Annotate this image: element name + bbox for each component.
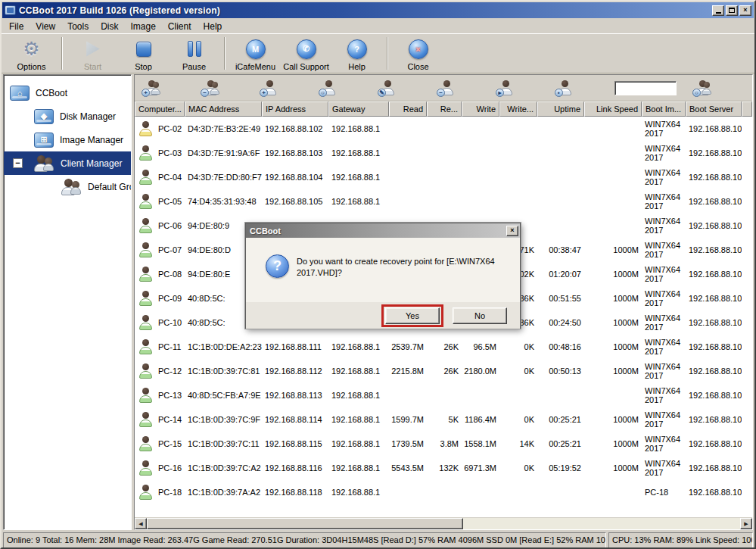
menu-help[interactable]: Help bbox=[198, 20, 229, 33]
stop-icon bbox=[136, 39, 151, 60]
scroll-right-arrow[interactable]: ▶ bbox=[740, 518, 752, 529]
toolbar-call-support-button[interactable]: ✆Call Support bbox=[281, 34, 331, 73]
column-header-uptime[interactable]: Uptime bbox=[537, 101, 584, 117]
menu-client[interactable]: Client bbox=[162, 20, 198, 33]
sidebar-item-ccboot[interactable]: ⌂CCBoot bbox=[4, 81, 131, 104]
table-row-pc-05[interactable]: PC-0574:D4:35:31:93:48192.168.88.105192.… bbox=[135, 189, 752, 214]
dialog-body: ? Do you want to create recovery point f… bbox=[246, 238, 520, 302]
horizontal-scrollbar[interactable]: ◀ ▶ bbox=[135, 517, 752, 529]
cell-re bbox=[427, 480, 462, 504]
client-search-input[interactable] bbox=[614, 81, 677, 95]
sidebar-item-disk-manager[interactable]: ◈Disk Manager bbox=[4, 104, 131, 128]
toolbar-close-button[interactable]: ×Close bbox=[393, 34, 443, 73]
cell-read: 1599.7M bbox=[389, 407, 427, 432]
delete-client-button[interactable]: − bbox=[437, 79, 456, 97]
dialog-close-button[interactable]: × bbox=[506, 226, 518, 236]
table-row-pc-03[interactable]: PC-03D4:3D:7E:91:9A:6F192.168.88.103192.… bbox=[135, 141, 752, 165]
client-status-icon bbox=[138, 485, 153, 500]
sidebar-item-image-manager[interactable]: ⊞Image Manager bbox=[4, 128, 131, 151]
menu-tools[interactable]: Tools bbox=[61, 20, 95, 33]
column-header-mac-address[interactable]: MAC Address bbox=[185, 101, 262, 117]
add-client-button[interactable]: + bbox=[260, 79, 278, 97]
column-header-link-speed[interactable]: Link Speed bbox=[584, 101, 642, 117]
menu-file[interactable]: File bbox=[3, 20, 30, 33]
scrollbar-thumb[interactable] bbox=[147, 518, 463, 529]
scroll-left-arrow[interactable]: ◀ bbox=[135, 518, 147, 529]
status-bar: Online: 9 Total: 16 Mem: 28M Image Read:… bbox=[3, 532, 753, 549]
cell-computer: PC-03 bbox=[135, 141, 185, 165]
table-row-pc-04[interactable]: PC-04D4:3D:7E:DD:80:F7192.168.88.104192.… bbox=[135, 165, 752, 189]
cell-link-speed bbox=[584, 214, 642, 238]
toolbar-pause-button[interactable]: Pause bbox=[169, 34, 219, 73]
cell-boot-server: 192.168.88.10 bbox=[686, 286, 742, 310]
restore-icon bbox=[729, 8, 735, 13]
cell-gateway: 192.168.88.1 bbox=[328, 456, 389, 480]
question-icon: ? bbox=[266, 254, 289, 278]
cell-ip-address: 192.168.88.103 bbox=[262, 141, 328, 165]
table-row-pc-16[interactable]: PC-161C:1B:0D:39:7C:A2192.168.88.116192.… bbox=[135, 456, 752, 480]
table-row-pc-12[interactable]: PC-121C:1B:0D:39:7C:81192.168.88.112192.… bbox=[135, 359, 752, 383]
add-group-button[interactable]: + bbox=[142, 79, 160, 97]
minimize-button[interactable] bbox=[712, 5, 724, 16]
edit-client-button[interactable]: ✎ bbox=[378, 79, 397, 97]
menu-view[interactable]: View bbox=[30, 20, 61, 33]
image-manager-icon: ⊞ bbox=[34, 133, 54, 148]
cell-re bbox=[427, 189, 462, 214]
no-button[interactable]: No bbox=[453, 307, 507, 324]
cell-uptime: 00:48:16 bbox=[537, 335, 584, 359]
yes-button[interactable]: Yes bbox=[385, 307, 440, 324]
menu-image[interactable]: Image bbox=[125, 20, 162, 33]
cell-link-speed bbox=[584, 383, 642, 407]
column-header-write[interactable]: Write bbox=[462, 101, 499, 117]
cell-computer: PC-02 bbox=[135, 117, 185, 141]
cell-ip-address: 192.168.88.115 bbox=[262, 432, 328, 456]
toolbar-icafemenu-button[interactable]: MiCafeMenu bbox=[230, 34, 281, 73]
column-header-read[interactable]: Read bbox=[389, 101, 427, 117]
cell-gateway: 192.168.88.1 bbox=[328, 165, 389, 189]
sidebar-item-default-group[interactable]: Default Group bbox=[4, 175, 131, 198]
table-row-pc-13[interactable]: PC-1340:8D:5C:FB:A7:9E192.168.88.113192.… bbox=[135, 383, 752, 407]
cell-write: 0K bbox=[499, 359, 537, 383]
delete-group-button[interactable]: − bbox=[201, 79, 219, 97]
collapse-icon[interactable]: − bbox=[13, 158, 23, 168]
cell-ip-address: 192.168.88.105 bbox=[262, 189, 328, 214]
cell-boot-im: WIN7X64 2017 bbox=[642, 335, 686, 359]
column-header-re[interactable]: Re... bbox=[427, 101, 462, 117]
cell-boot-im: WIN7X64 2017 bbox=[642, 456, 686, 480]
column-header-gateway[interactable]: Gateway bbox=[328, 101, 389, 117]
close-window-button[interactable]: × bbox=[739, 5, 751, 16]
scan-client-button[interactable]: ○ bbox=[319, 79, 338, 97]
cell-uptime: 01:20:07 bbox=[537, 262, 584, 286]
restore-button[interactable] bbox=[726, 5, 738, 16]
cell-read bbox=[389, 141, 427, 165]
column-header-ip-address[interactable]: IP Address bbox=[262, 101, 328, 117]
column-header-boot-server[interactable]: Boot Server bbox=[686, 101, 742, 117]
column-header-computer[interactable]: Computer... bbox=[135, 101, 185, 117]
cell-mac-address: 1C:1B:0D:39:7C:11 bbox=[185, 432, 262, 456]
menu-disk[interactable]: Disk bbox=[95, 20, 124, 33]
cell-boot-im: WIN7X64 2017 bbox=[642, 189, 686, 214]
table-row-pc-14[interactable]: PC-141C:1B:0D:39:7C:9F192.168.88.114192.… bbox=[135, 407, 752, 432]
cell-boot-server: 192.168.88.10 bbox=[686, 165, 742, 189]
table-row-pc-11[interactable]: PC-111C:1B:0D:DE:A2:23192.168.88.111192.… bbox=[135, 335, 752, 359]
toolbar-stop-button[interactable]: Stop bbox=[118, 34, 169, 73]
cell-gateway: 192.168.88.1 bbox=[328, 335, 389, 359]
cell-read: 2215.8M bbox=[389, 359, 427, 383]
search-client-button[interactable]: ○ bbox=[693, 79, 711, 97]
cell-computer: PC-13 bbox=[135, 383, 185, 407]
sidebar-item-client-manager[interactable]: −Client Manager bbox=[4, 151, 131, 175]
cell-link-speed: 1000M bbox=[584, 359, 642, 383]
cell-uptime: 00:25:21 bbox=[537, 432, 584, 456]
cell-boot-im: WIN7X64 2017 bbox=[642, 286, 686, 310]
table-row-pc-18[interactable]: PC-181C:1B:0D:39:7A:A2192.168.88.118192.… bbox=[135, 480, 752, 504]
table-row-pc-02[interactable]: PC-02D4:3D:7E:B3:2E:49192.168.88.102192.… bbox=[135, 117, 752, 141]
cell-uptime: 00:38:47 bbox=[537, 238, 584, 262]
column-header-boot-im[interactable]: Boot Im... bbox=[642, 101, 686, 117]
toolbar-options-button[interactable]: ⚙Options bbox=[6, 34, 57, 73]
column-header-write[interactable]: Write... bbox=[499, 101, 537, 117]
cell-read bbox=[389, 189, 427, 214]
stop-client-button[interactable]: ▪ bbox=[555, 79, 574, 97]
toolbar-help-button[interactable]: ?Help bbox=[331, 34, 382, 73]
start-client-button[interactable]: ▸ bbox=[496, 79, 515, 97]
table-row-pc-15[interactable]: PC-151C:1B:0D:39:7C:11192.168.88.115192.… bbox=[135, 432, 752, 456]
